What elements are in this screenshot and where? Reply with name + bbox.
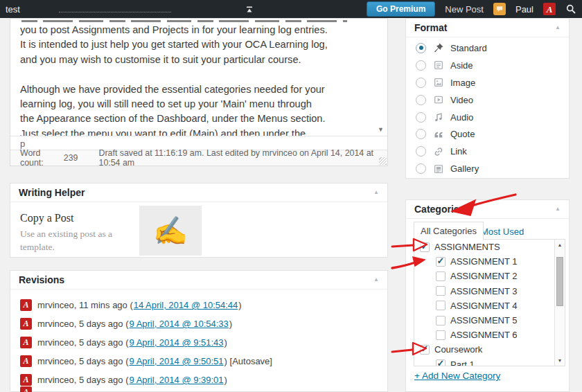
radio-button[interactable]	[416, 43, 426, 53]
site-name[interactable]: test	[6, 4, 20, 15]
revision-avatar: A	[20, 374, 32, 386]
radio-button[interactable]	[416, 112, 426, 123]
category-item-coursework[interactable]: Coursework	[414, 342, 554, 357]
format-option-standard[interactable]: Standard	[406, 39, 569, 57]
editor-content-area[interactable]: you to post Assignments and Projects in …	[10, 19, 387, 136]
writing-helper-title: Writing Helper	[19, 187, 85, 198]
audio-icon	[433, 112, 444, 123]
categories-panel: Categories All Categories Most Used ASSI…	[405, 199, 570, 392]
revision-row: A mrvinceo, 5 days ago (9 April, 2014 @ …	[20, 314, 380, 333]
radio-button[interactable]	[416, 95, 426, 105]
collapse-icon[interactable]	[555, 206, 561, 212]
editor-resize-handle[interactable]	[379, 157, 387, 165]
notifications-button[interactable]	[493, 3, 506, 15]
editor-line: It is intended to just help you get star…	[20, 37, 375, 52]
checkbox[interactable]	[436, 359, 446, 366]
category-item-part-1[interactable]: Part 1	[414, 357, 554, 367]
revision-row: A mrvinceo, 5 days ago (9 April, 2014 @ …	[20, 371, 380, 389]
radio-button[interactable]	[416, 146, 426, 157]
category-item-assignment-4[interactable]: ASSIGNMENT 4	[414, 299, 554, 313]
format-header[interactable]: Format	[406, 19, 569, 37]
tab-all-categories[interactable]: All Categories	[414, 222, 484, 240]
collapse-icon[interactable]	[373, 190, 379, 195]
revisions-list: A mrvinceo, 11 mins ago (14 April, 2014 …	[20, 296, 380, 389]
format-options: Standard Aside Image	[406, 39, 569, 177]
admin-bar: test Go Premium New Post Paul A	[0, 0, 582, 18]
format-option-gallery[interactable]: Gallery	[406, 160, 569, 177]
gallery-icon	[433, 163, 444, 175]
format-panel: Format Standard Aside	[405, 18, 570, 179]
checkbox[interactable]	[420, 242, 430, 252]
search-icon[interactable]	[565, 3, 576, 15]
category-item-assignment-1[interactable]: ASSIGNMENT 1	[414, 254, 554, 269]
revision-date-link[interactable]: 9 April, 2014 @ 9:39:01	[130, 375, 224, 385]
scroll-down-icon[interactable]: ▼	[555, 358, 565, 363]
editor-scroll-down-icon[interactable]: ▼	[378, 126, 384, 133]
checkbox[interactable]	[436, 286, 446, 296]
collapse-icon[interactable]	[373, 277, 379, 283]
go-premium-button[interactable]: Go Premium	[367, 1, 435, 17]
categories-list: ASSIGNMENTS ASSIGNMENT 1 ASSIGNMENT 2 AS…	[414, 239, 565, 366]
revisions-header[interactable]: Revisions	[10, 271, 387, 289]
categories-scrollbar[interactable]: ▲ ▼	[554, 240, 565, 366]
checkbox[interactable]	[420, 345, 430, 355]
category-item-assignment-5[interactable]: ASSIGNMENT 5	[414, 313, 554, 328]
editor-line: learning log, you will still need to set…	[20, 97, 375, 112]
format-option-link[interactable]: Link	[406, 143, 569, 160]
scroll-to-top-icon[interactable]	[244, 3, 255, 15]
revision-avatar: A	[20, 355, 32, 367]
collapse-icon[interactable]	[555, 25, 561, 30]
revision-date-link[interactable]: 9 April, 2014 @ 9:51:43	[130, 337, 224, 348]
revision-row: A mrvinceo, 5 days ago (9 April, 2014 @ …	[20, 333, 380, 352]
format-option-image[interactable]: Image	[406, 74, 569, 91]
checkbox[interactable]	[436, 316, 446, 326]
format-option-quote[interactable]: Quote	[406, 125, 569, 143]
revision-date-link[interactable]: 9 April, 2014 @ 10:54:33	[130, 319, 229, 329]
word-count-value: 239	[64, 153, 78, 163]
editor-line: the Appearance section of the Dashboard,…	[20, 112, 375, 126]
category-item-assignments[interactable]: ASSIGNMENTS	[414, 240, 554, 254]
format-option-video[interactable]: Video	[406, 91, 569, 109]
writing-helper-header[interactable]: Writing Helper	[10, 184, 387, 202]
checkbox[interactable]	[436, 330, 446, 340]
format-option-audio[interactable]: Audio	[406, 109, 569, 126]
radio-button[interactable]	[416, 163, 426, 174]
radio-button[interactable]	[416, 60, 426, 71]
user-menu[interactable]: Paul	[515, 4, 534, 15]
copy-a-post-illustration[interactable]: ✍	[139, 206, 202, 256]
editor-status-bar: Word count: 239 Draft saved at 11:16:19 …	[10, 150, 387, 166]
html-path-indicator[interactable]: p	[20, 139, 25, 149]
revision-date-link[interactable]: 9 April, 2014 @ 9:50:51	[130, 356, 224, 366]
clipped-text-line	[21, 20, 347, 22]
speech-bubble-icon	[495, 5, 504, 13]
writing-hand-icon: ✍	[153, 217, 188, 244]
radio-button[interactable]	[416, 129, 426, 139]
category-item-assignment-6[interactable]: ASSIGNMENT 6	[414, 328, 554, 342]
scroll-up-icon[interactable]: ▲	[555, 242, 565, 247]
tab-most-used[interactable]: Most Used	[481, 226, 524, 237]
link-icon	[433, 146, 444, 157]
editor-text[interactable]: you to post Assignments and Projects in …	[20, 23, 375, 136]
categories-header[interactable]: Categories	[406, 200, 569, 219]
user-avatar[interactable]: A	[543, 3, 556, 15]
image-icon	[433, 77, 444, 88]
add-new-category-link[interactable]: + Add New Category	[414, 371, 500, 381]
revision-row: A mrvinceo, 5 days ago (9 April, 2014 @ …	[20, 352, 380, 371]
revisions-title: Revisions	[19, 274, 64, 285]
checkbox[interactable]	[436, 301, 446, 310]
scrollbar-thumb[interactable]	[556, 257, 563, 306]
editor-line: Just select the menu you want to edit (M…	[20, 127, 375, 136]
editor-line	[20, 67, 375, 82]
revision-date-link[interactable]: 14 April, 2014 @ 10:54:44	[134, 300, 238, 310]
copy-a-post-description: Use an existing post as a template.	[20, 227, 131, 253]
radio-button[interactable]	[416, 78, 426, 88]
checkbox[interactable]	[436, 257, 446, 267]
checkbox[interactable]	[436, 271, 446, 281]
revision-avatar: A	[20, 318, 32, 330]
category-item-assignment-2[interactable]: ASSIGNMENT 2	[414, 269, 554, 283]
category-item-assignment-3[interactable]: ASSIGNMENT 3	[414, 284, 554, 299]
format-option-aside[interactable]: Aside	[406, 57, 569, 74]
new-post-button[interactable]: New Post	[445, 4, 484, 15]
copy-a-post-link[interactable]: Copy a Post	[20, 212, 73, 224]
format-title: Format	[414, 22, 447, 33]
